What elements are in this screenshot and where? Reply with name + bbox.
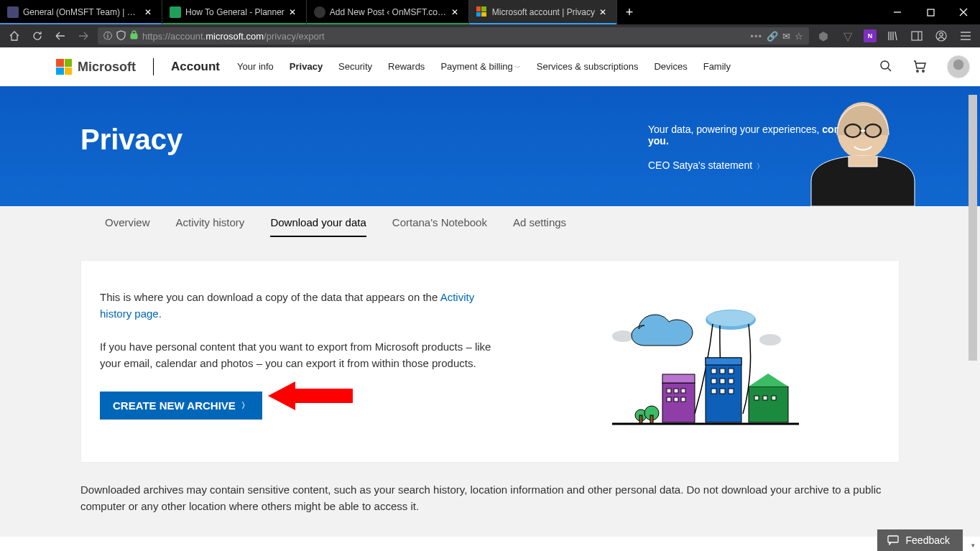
svg-marker-29 (749, 374, 788, 386)
svg-rect-54 (888, 536, 898, 542)
svg-rect-46 (763, 396, 767, 400)
svg-rect-36 (711, 369, 716, 374)
sub-area: Overview Activity history Download your … (0, 206, 980, 537)
svg-rect-1 (928, 9, 934, 16)
annotation-arrow-icon (268, 379, 354, 413)
svg-point-12 (881, 61, 889, 69)
browser-tab[interactable]: Add New Post ‹ OnMSFT.com — W ✕ (307, 0, 469, 24)
scroll-thumb[interactable] (969, 95, 977, 361)
svg-point-8 (940, 33, 943, 37)
new-tab-button[interactable]: + (617, 0, 642, 24)
download-card: This is where you can download a copy of… (80, 260, 900, 463)
scrollbar[interactable]: ▾ (967, 95, 979, 551)
scroll-down-icon[interactable]: ▾ (967, 540, 979, 551)
page-title: Privacy (80, 124, 182, 172)
svg-rect-41 (729, 379, 734, 384)
svg-rect-49 (639, 415, 642, 424)
svg-point-21 (759, 334, 781, 346)
shield-icon[interactable] (116, 30, 126, 42)
svg-rect-42 (711, 389, 716, 394)
tab-label: Microsoft account | Privacy (492, 7, 595, 17)
brand-text: Microsoft (78, 60, 136, 75)
export-note: If you have personal content that you wa… (100, 339, 502, 371)
chevron-down-icon: ﹀ (514, 64, 521, 71)
tab-label: Add New Post ‹ OnMSFT.com — W (330, 7, 447, 17)
notice-text: Downloaded archives may contain sensitiv… (66, 476, 914, 537)
home-icon[interactable] (6, 27, 23, 45)
tab-activity-history[interactable]: Activity history (176, 216, 245, 237)
account-label[interactable]: Account (171, 60, 220, 74)
svg-rect-25 (662, 374, 695, 383)
nav-security[interactable]: Security (338, 61, 372, 73)
wordpress-icon (314, 6, 325, 18)
link-icon[interactable]: 🔗 (767, 31, 778, 42)
tab-overview[interactable]: Overview (105, 216, 150, 237)
bookmark-icon[interactable]: ☆ (795, 31, 803, 42)
feedback-button[interactable]: Feedback (877, 529, 963, 551)
menu-icon[interactable] (957, 27, 974, 45)
tab-accent (0, 23, 162, 24)
window-controls (881, 0, 980, 24)
inbox-icon[interactable]: ✉ (782, 31, 790, 42)
divider (153, 58, 154, 75)
onenote-icon[interactable]: N (864, 29, 877, 42)
pocket-icon[interactable]: ▽ (839, 27, 856, 45)
svg-point-23 (707, 310, 754, 326)
nav-payment-billing[interactable]: Payment & billing﹀ (440, 61, 520, 73)
maximize-button[interactable] (914, 0, 947, 24)
browser-tab[interactable]: General (OnMSFT Team) | Micro ✕ (0, 0, 162, 24)
close-icon[interactable]: ✕ (144, 7, 154, 17)
avatar[interactable] (947, 55, 970, 78)
reload-icon[interactable] (29, 27, 46, 45)
browser-titlebar: General (OnMSFT Team) | Micro ✕ How To G… (0, 0, 980, 24)
nav-rewards[interactable]: Rewards (388, 61, 425, 73)
browser-tab-active[interactable]: Microsoft account | Privacy ✕ (469, 0, 617, 24)
lock-icon[interactable] (130, 30, 138, 42)
nav-your-info[interactable]: Your info (237, 61, 274, 73)
tagline-text: Your data, powering your experiences, (648, 124, 822, 135)
tab-accent (162, 23, 306, 24)
browser-tab[interactable]: How To General - Planner ✕ (162, 0, 307, 24)
nav-devices[interactable]: Devices (654, 61, 687, 73)
sub-tabs: Overview Activity history Download your … (80, 206, 900, 247)
intro-text: This is where you can download a copy of… (100, 290, 502, 322)
nav-privacy[interactable]: Privacy (290, 61, 323, 73)
tab-ad-settings[interactable]: Ad settings (513, 216, 566, 237)
tab-download-your-data[interactable]: Download your data (270, 216, 366, 237)
svg-rect-39 (711, 379, 716, 384)
close-icon[interactable]: ✕ (289, 7, 299, 17)
back-icon[interactable] (52, 27, 69, 45)
tab-accent (469, 23, 616, 24)
create-new-archive-button[interactable]: CREATE NEW ARCHIVE〉 (100, 392, 262, 420)
microsoft-icon (476, 6, 488, 18)
address-bar[interactable]: ⓘ https://account.microsoft.com/privacy/… (98, 27, 809, 45)
nav-services[interactable]: Services & subscriptions (537, 61, 639, 73)
library-icon[interactable] (884, 27, 901, 45)
nav-family[interactable]: Family (703, 61, 731, 73)
minimize-button[interactable] (881, 0, 914, 24)
window-close-button[interactable] (947, 0, 980, 24)
search-icon[interactable] (879, 60, 892, 75)
forward-icon[interactable] (75, 27, 92, 45)
tab-cortanas-notebook[interactable]: Cortana's Notebook (392, 216, 487, 237)
extension-icon[interactable]: ⬢ (815, 27, 832, 45)
svg-rect-33 (667, 397, 671, 402)
close-icon[interactable]: ✕ (451, 7, 461, 17)
close-icon[interactable]: ✕ (599, 7, 609, 17)
microsoft-logo-icon (56, 59, 72, 75)
svg-rect-38 (729, 369, 734, 374)
svg-marker-53 (268, 381, 353, 410)
account-icon[interactable] (933, 27, 950, 45)
svg-rect-51 (650, 415, 653, 424)
browser-toolbar: ⓘ https://account.microsoft.com/privacy/… (0, 24, 980, 47)
chat-icon (887, 535, 899, 545)
svg-rect-40 (720, 379, 725, 384)
svg-rect-44 (729, 389, 734, 394)
planner-icon (170, 6, 181, 18)
cart-icon[interactable] (912, 60, 927, 75)
meatballs-icon[interactable]: ••• (750, 31, 762, 42)
sidebar-icon[interactable] (908, 27, 925, 45)
info-icon[interactable]: ⓘ (103, 30, 112, 42)
svg-rect-37 (720, 369, 725, 374)
microsoft-logo[interactable]: Microsoft (56, 59, 136, 75)
